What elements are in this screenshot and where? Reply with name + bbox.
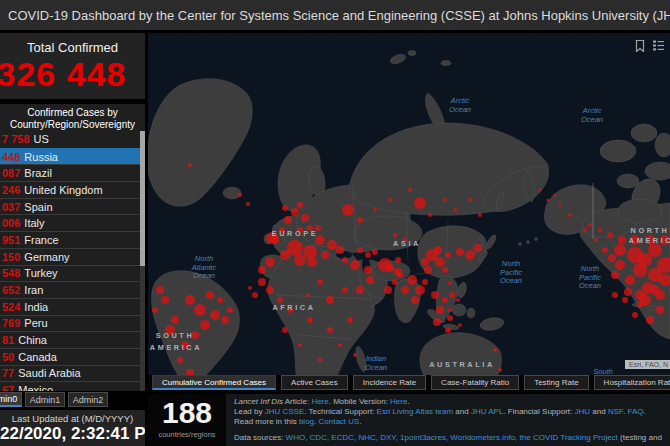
country-name: Saudi Arabia [18, 367, 80, 379]
admin-tab-admin2[interactable]: Admin2 [68, 392, 108, 407]
total-confirmed-panel: Total Confirmed 326 448 [0, 33, 145, 99]
footer: 188 countries/regions Lancet Inf Dis Art… [148, 394, 670, 446]
country-name: Germany [24, 251, 69, 263]
map-tab-cumulative-confirmed-cases[interactable]: Cumulative Confirmed Cases [152, 375, 276, 390]
legend-icon[interactable] [652, 39, 665, 52]
bookmark-icon[interactable] [633, 39, 646, 52]
case-count: 006 [2, 217, 20, 229]
countries-count-box: 188 countries/regions [148, 394, 226, 446]
map-tab-case-fatality-ratio[interactable]: Case-Fatality Ratio [431, 375, 519, 390]
svg-text:SOUTH: SOUTH [156, 331, 195, 340]
svg-text:NorthPacificOcean: NorthPacificOcean [500, 259, 522, 285]
link[interactable]: Here [390, 397, 407, 406]
admin-tabs: Admin0Admin1Admin2 [0, 392, 127, 407]
footer-text-segment: . [359, 417, 361, 426]
svg-text:NorthPacificOcean: NorthPacificOcean [579, 264, 601, 290]
country-list-scrollbar[interactable] [140, 131, 145, 391]
case-count: 448 [2, 151, 20, 163]
country-name: US [34, 133, 49, 145]
link[interactable]: FAQ [627, 407, 643, 416]
svg-text:AUSTRALIA: AUSTRALIA [429, 360, 495, 369]
map-tab-incidence-rate[interactable]: Incidence Rate [353, 375, 426, 390]
country-row-canada[interactable]: 50Canada [0, 348, 145, 365]
admin-tab-admin0[interactable]: Admin0 [0, 392, 22, 407]
country-name: India [24, 301, 48, 313]
link[interactable]: JHU [575, 407, 591, 416]
admin-tab-admin1[interactable]: Admin1 [25, 392, 65, 407]
footer-text-segment: and [590, 407, 608, 416]
country-name: France [24, 234, 58, 246]
country-name: United Kingdom [24, 184, 102, 196]
footer-text-segment: Lancet Inf Dis [234, 397, 283, 406]
footer-text-segment: . Mobile Version: [329, 397, 390, 406]
link[interactable]: JHU APL [471, 407, 503, 416]
footer-text-segment: . Technical Support: [304, 407, 376, 416]
svg-text:AMERICA: AMERICA [629, 236, 670, 245]
svg-text:South: South [593, 367, 613, 375]
country-row-peru[interactable]: 769Peru [0, 315, 145, 332]
case-count: 037 [2, 201, 20, 213]
map-attribution: Esri, FAO, N [625, 360, 670, 369]
link[interactable]: blog [299, 417, 314, 426]
case-count: 951 [2, 234, 20, 246]
world-map-svg[interactable]: EUROPEASIAAFRICASOUTHAMERICAAUSTRALIANOR… [148, 33, 670, 375]
footer-text-segment: . Financial Support: [503, 407, 574, 416]
link[interactable]: JHU CSSE [265, 407, 305, 416]
scrollbar-thumb[interactable] [140, 131, 145, 266]
country-row-brazil[interactable]: 087Brazil [0, 164, 145, 181]
country-name: Russia [24, 151, 58, 163]
country-name: Brazil [24, 167, 52, 179]
footer-text: Lancet Inf Dis Article: Here. Mobile Ver… [226, 394, 670, 446]
link[interactable]: Here [311, 397, 328, 406]
last-updated-value: 22/2020, 2:32:41 PM [0, 424, 145, 444]
country-row-france[interactable]: 951France [0, 231, 145, 248]
country-row-saudi-arabia[interactable]: 77Saudi Arabia [0, 365, 145, 382]
country-row-united-kingdom[interactable]: 246United Kingdom [0, 181, 145, 198]
svg-text:AMERICA: AMERICA [150, 343, 202, 352]
footer-text-segment: (testing and [618, 433, 662, 442]
last-updated-label: Last Updated at (M/D/YYYY) [0, 413, 145, 424]
country-row-italy[interactable]: 006Italy [0, 214, 145, 231]
footer-line: Data sources: WHO, CDC, ECDC, NHC, DXY, … [234, 433, 664, 443]
country-row-mexico[interactable]: 67Mexico [0, 381, 145, 391]
cases-list-title: Confirmed Cases by Country/Region/Sovere… [0, 104, 145, 131]
country-row-china[interactable]: 81China [0, 331, 145, 348]
case-count: 77 [2, 367, 14, 379]
map-layer-tabs: Cumulative Confirmed CasesActive CasesIn… [148, 375, 670, 392]
case-count: 50 [2, 351, 14, 363]
case-count: 246 [2, 184, 20, 196]
map-tab-hospitalization-rate[interactable]: Hospitalization Rate [594, 375, 670, 390]
map-tab-active-cases[interactable]: Active Cases [281, 375, 348, 390]
footer-text-segment: Lead by [234, 407, 265, 416]
covid-dashboard: COVID-19 Dashboard by the Center for Sys… [0, 0, 670, 446]
country-row-spain[interactable]: 037Spain [0, 198, 145, 215]
country-name: Mexico [18, 384, 53, 391]
case-count: 087 [2, 167, 20, 179]
case-count: 769 [2, 317, 20, 329]
country-row-iran[interactable]: 652Iran [0, 281, 145, 298]
link[interactable]: Esri Living Atlas team [377, 407, 453, 416]
case-count: 81 [2, 334, 14, 346]
map-tab-testing-rate[interactable]: Testing Rate [524, 375, 588, 390]
footer-line: Lancet Inf Dis Article: Here. Mobile Ver… [234, 397, 664, 407]
link[interactable]: NSF [608, 407, 623, 416]
link[interactable]: WHO, CDC, ECDC, NHC, DXY, 1point3acres, … [286, 433, 618, 442]
country-list[interactable]: 7 758US448Russia087Brazil246United Kingd… [0, 131, 145, 391]
page-title: COVID-19 Dashboard by the Center for Sys… [8, 8, 670, 23]
link[interactable]: Contact US [319, 417, 360, 426]
case-count: 524 [2, 301, 20, 313]
country-row-us[interactable]: 7 758US [0, 131, 145, 148]
svg-text:ArcticOcean: ArcticOcean [449, 96, 471, 114]
country-row-russia[interactable]: 448Russia [0, 148, 145, 165]
map[interactable]: EUROPEASIAAFRICASOUTHAMERICAAUSTRALIANOR… [148, 33, 670, 375]
country-row-germany[interactable]: 150Germany [0, 248, 145, 265]
country-row-india[interactable]: 524India [0, 298, 145, 315]
total-confirmed-label: Total Confirmed [0, 40, 145, 55]
country-name: Canada [18, 351, 57, 363]
svg-text:EUROPE: EUROPE [272, 229, 318, 238]
svg-text:IndianOcean: IndianOcean [365, 354, 387, 372]
cases-list-title-line1: Confirmed Cases by [0, 107, 145, 119]
landmass [148, 51, 670, 376]
country-name: Italy [24, 217, 44, 229]
country-row-turkey[interactable]: 548Turkey [0, 265, 145, 282]
